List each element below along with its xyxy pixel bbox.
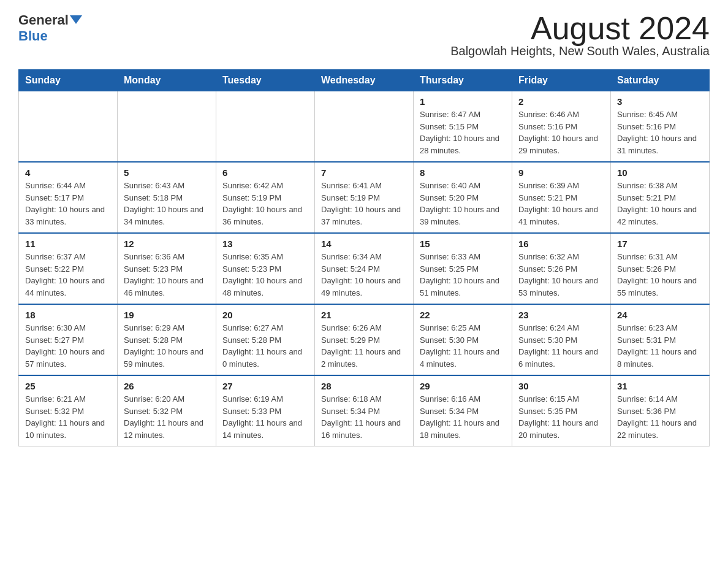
day-info: Sunrise: 6:38 AMSunset: 5:21 PMDaylight:…	[617, 180, 703, 228]
day-number: 5	[124, 167, 210, 178]
calendar-cell	[216, 91, 315, 163]
day-info: Sunrise: 6:32 AMSunset: 5:26 PMDaylight:…	[518, 251, 604, 299]
calendar-cell	[19, 91, 118, 163]
calendar-cell: 16Sunrise: 6:32 AMSunset: 5:26 PMDayligh…	[512, 233, 611, 304]
calendar-cell: 20Sunrise: 6:27 AMSunset: 5:28 PMDayligh…	[216, 304, 315, 375]
day-number: 1	[420, 96, 506, 107]
calendar-week-row: 25Sunrise: 6:21 AMSunset: 5:32 PMDayligh…	[19, 375, 710, 446]
day-number: 10	[617, 167, 703, 178]
day-info: Sunrise: 6:36 AMSunset: 5:23 PMDaylight:…	[124, 251, 210, 299]
day-info: Sunrise: 6:29 AMSunset: 5:28 PMDaylight:…	[124, 322, 210, 370]
day-info: Sunrise: 6:35 AMSunset: 5:23 PMDaylight:…	[222, 251, 308, 299]
calendar-cell: 17Sunrise: 6:31 AMSunset: 5:26 PMDayligh…	[611, 233, 710, 304]
calendar-cell: 29Sunrise: 6:16 AMSunset: 5:34 PMDayligh…	[414, 375, 512, 446]
day-info: Sunrise: 6:23 AMSunset: 5:31 PMDaylight:…	[617, 322, 703, 370]
title-block: August 2024 Balgowlah Heights, New South…	[450, 12, 710, 66]
day-number: 21	[321, 310, 407, 320]
day-info: Sunrise: 6:45 AMSunset: 5:16 PMDaylight:…	[617, 109, 703, 156]
day-number: 3	[617, 96, 703, 107]
calendar-cell: 10Sunrise: 6:38 AMSunset: 5:21 PMDayligh…	[611, 162, 710, 233]
day-info: Sunrise: 6:37 AMSunset: 5:22 PMDaylight:…	[25, 251, 111, 299]
day-number: 25	[25, 381, 111, 391]
day-info: Sunrise: 6:34 AMSunset: 5:24 PMDaylight:…	[321, 251, 407, 299]
day-info: Sunrise: 6:39 AMSunset: 5:21 PMDaylight:…	[518, 180, 604, 228]
calendar-header-tuesday: Tuesday	[216, 70, 315, 91]
day-number: 29	[420, 381, 506, 391]
calendar-header-sunday: Sunday	[19, 70, 118, 91]
day-info: Sunrise: 6:27 AMSunset: 5:28 PMDaylight:…	[222, 322, 308, 370]
calendar-cell: 22Sunrise: 6:25 AMSunset: 5:30 PMDayligh…	[414, 304, 512, 375]
day-number: 7	[321, 167, 407, 178]
calendar-cell: 8Sunrise: 6:40 AMSunset: 5:20 PMDaylight…	[414, 162, 512, 233]
calendar-cell: 28Sunrise: 6:18 AMSunset: 5:34 PMDayligh…	[315, 375, 414, 446]
day-info: Sunrise: 6:24 AMSunset: 5:30 PMDaylight:…	[518, 322, 604, 370]
calendar-cell: 7Sunrise: 6:41 AMSunset: 5:19 PMDaylight…	[315, 162, 414, 233]
calendar-header-wednesday: Wednesday	[315, 70, 414, 91]
calendar-cell: 9Sunrise: 6:39 AMSunset: 5:21 PMDaylight…	[512, 162, 611, 233]
day-number: 15	[420, 239, 506, 249]
day-number: 20	[222, 310, 308, 320]
calendar-cell	[315, 91, 414, 163]
day-number: 4	[25, 167, 111, 178]
day-number: 8	[420, 167, 506, 178]
calendar-cell: 15Sunrise: 6:33 AMSunset: 5:25 PMDayligh…	[414, 233, 512, 304]
calendar-header-thursday: Thursday	[414, 70, 512, 91]
day-info: Sunrise: 6:44 AMSunset: 5:17 PMDaylight:…	[25, 180, 111, 228]
day-info: Sunrise: 6:30 AMSunset: 5:27 PMDaylight:…	[25, 322, 111, 370]
calendar-cell: 27Sunrise: 6:19 AMSunset: 5:33 PMDayligh…	[216, 375, 315, 446]
day-number: 23	[518, 310, 604, 320]
day-number: 2	[518, 96, 604, 107]
calendar-header-friday: Friday	[512, 70, 611, 91]
calendar-cell: 13Sunrise: 6:35 AMSunset: 5:23 PMDayligh…	[216, 233, 315, 304]
calendar-cell: 26Sunrise: 6:20 AMSunset: 5:32 PMDayligh…	[118, 375, 216, 446]
calendar-cell: 11Sunrise: 6:37 AMSunset: 5:22 PMDayligh…	[19, 233, 118, 304]
month-title: August 2024	[450, 12, 710, 44]
day-info: Sunrise: 6:41 AMSunset: 5:19 PMDaylight:…	[321, 180, 407, 228]
calendar-cell	[118, 91, 216, 163]
day-number: 27	[222, 381, 308, 391]
day-number: 18	[25, 310, 111, 320]
day-number: 13	[222, 239, 308, 249]
page-header: General Blue August 2024 Balgowlah Heigh…	[18, 12, 710, 66]
calendar-cell: 23Sunrise: 6:24 AMSunset: 5:30 PMDayligh…	[512, 304, 611, 375]
day-number: 30	[518, 381, 604, 391]
day-info: Sunrise: 6:25 AMSunset: 5:30 PMDaylight:…	[420, 322, 506, 370]
day-info: Sunrise: 6:33 AMSunset: 5:25 PMDaylight:…	[420, 251, 506, 299]
day-number: 6	[222, 167, 308, 178]
day-number: 31	[617, 381, 703, 391]
calendar-cell: 6Sunrise: 6:42 AMSunset: 5:19 PMDaylight…	[216, 162, 315, 233]
calendar-week-row: 4Sunrise: 6:44 AMSunset: 5:17 PMDaylight…	[19, 162, 710, 233]
day-info: Sunrise: 6:46 AMSunset: 5:16 PMDaylight:…	[518, 109, 604, 156]
day-number: 28	[321, 381, 407, 391]
calendar-cell: 5Sunrise: 6:43 AMSunset: 5:18 PMDaylight…	[118, 162, 216, 233]
day-number: 19	[124, 310, 210, 320]
calendar-header-saturday: Saturday	[611, 70, 710, 91]
day-number: 9	[518, 167, 604, 178]
calendar-cell: 31Sunrise: 6:14 AMSunset: 5:36 PMDayligh…	[611, 375, 710, 446]
calendar-cell: 30Sunrise: 6:15 AMSunset: 5:35 PMDayligh…	[512, 375, 611, 446]
day-info: Sunrise: 6:31 AMSunset: 5:26 PMDaylight:…	[617, 251, 703, 299]
day-number: 17	[617, 239, 703, 249]
day-info: Sunrise: 6:47 AMSunset: 5:15 PMDaylight:…	[420, 109, 506, 156]
day-number: 14	[321, 239, 407, 249]
location-subtitle: Balgowlah Heights, New South Wales, Aust…	[450, 44, 710, 58]
day-info: Sunrise: 6:20 AMSunset: 5:32 PMDaylight:…	[124, 393, 210, 441]
day-info: Sunrise: 6:15 AMSunset: 5:35 PMDaylight:…	[518, 393, 604, 441]
calendar-cell: 24Sunrise: 6:23 AMSunset: 5:31 PMDayligh…	[611, 304, 710, 375]
calendar-cell: 12Sunrise: 6:36 AMSunset: 5:23 PMDayligh…	[118, 233, 216, 304]
calendar-week-row: 1Sunrise: 6:47 AMSunset: 5:15 PMDaylight…	[19, 91, 710, 163]
calendar-cell: 3Sunrise: 6:45 AMSunset: 5:16 PMDaylight…	[611, 91, 710, 163]
day-info: Sunrise: 6:14 AMSunset: 5:36 PMDaylight:…	[617, 393, 703, 441]
day-info: Sunrise: 6:18 AMSunset: 5:34 PMDaylight:…	[321, 393, 407, 441]
day-number: 26	[124, 381, 210, 391]
day-info: Sunrise: 6:16 AMSunset: 5:34 PMDaylight:…	[420, 393, 506, 441]
logo-triangle-icon	[70, 15, 82, 24]
day-number: 24	[617, 310, 703, 320]
calendar-cell: 18Sunrise: 6:30 AMSunset: 5:27 PMDayligh…	[19, 304, 118, 375]
logo-blue-text: Blue	[18, 28, 48, 44]
calendar-cell: 25Sunrise: 6:21 AMSunset: 5:32 PMDayligh…	[19, 375, 118, 446]
calendar-header-monday: Monday	[118, 70, 216, 91]
day-number: 12	[124, 239, 210, 249]
day-info: Sunrise: 6:42 AMSunset: 5:19 PMDaylight:…	[222, 180, 308, 228]
calendar-week-row: 18Sunrise: 6:30 AMSunset: 5:27 PMDayligh…	[19, 304, 710, 375]
